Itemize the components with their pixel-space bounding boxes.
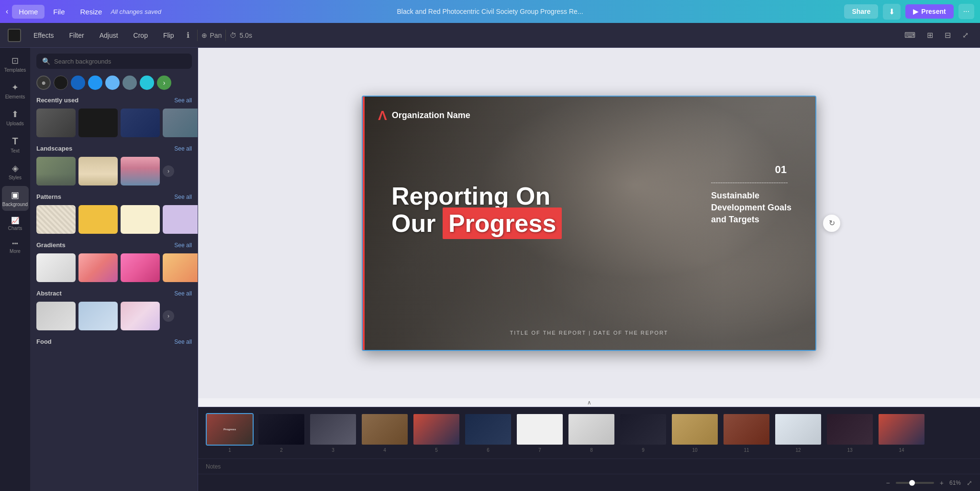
pattern-thumb-1[interactable] [36, 205, 76, 234]
abstract-thumb-2[interactable] [78, 302, 118, 330]
gradient-thumb-3[interactable] [121, 253, 160, 282]
sidebar-item-more[interactable]: ••• More [2, 237, 29, 258]
home-button[interactable]: Home [12, 5, 45, 19]
filmstrip-thumb-14 [878, 413, 925, 446]
fullscreen-button[interactable]: ⤢ [958, 29, 972, 42]
filmstrip-collapse-button[interactable]: ∧ [198, 398, 980, 407]
abstract-scroll-right[interactable]: › [163, 310, 174, 322]
filmstrip-slide-14[interactable]: 14 [878, 413, 925, 453]
color-gray[interactable] [122, 76, 137, 90]
arrange-button[interactable]: ⊟ [941, 29, 955, 42]
recent-thumb-3[interactable] [121, 109, 160, 137]
pattern-thumb-4[interactable] [163, 205, 198, 234]
food-see-all[interactable]: See all [174, 338, 192, 345]
sidebar-item-background[interactable]: ▣ Background [2, 186, 29, 211]
landscapes-scroll-right[interactable]: › [163, 165, 174, 177]
slide-canvas[interactable]: Λ Organization Name Reporting On Our Pro… [362, 96, 816, 351]
color-blue3[interactable] [105, 76, 120, 90]
gradient-thumb-1[interactable] [36, 253, 76, 282]
search-bar[interactable]: 🔍 [36, 54, 192, 69]
org-name: Organization Name [392, 110, 470, 120]
uploads-label: Uploads [6, 121, 24, 126]
present-button[interactable]: ▶ Present [905, 4, 953, 19]
recently-used-see-all[interactable]: See all [174, 97, 192, 104]
filmstrip-scroll[interactable]: Progress 1 2 3 [198, 407, 980, 458]
canvas-scroll[interactable]: Λ Organization Name Reporting On Our Pro… [198, 48, 980, 398]
gradient-thumb-4[interactable] [163, 253, 198, 282]
abstract-thumb-1[interactable] [36, 302, 76, 330]
color-black[interactable] [54, 76, 68, 90]
filmstrip-slide-12[interactable]: 12 [774, 413, 822, 453]
more-label: More [10, 249, 21, 254]
filmstrip-slide-3[interactable]: 3 [309, 413, 357, 453]
sidebar-item-styles[interactable]: ◈ Styles [2, 159, 29, 184]
download-button[interactable]: ⬇ [883, 4, 901, 20]
filmstrip-slide-4[interactable]: 4 [361, 413, 409, 453]
color-teal[interactable] [140, 76, 154, 90]
duration-control: ⏱ 5.0s [230, 32, 252, 39]
filmstrip-slide-10[interactable]: 10 [671, 413, 719, 453]
pattern-thumb-2[interactable] [78, 205, 118, 234]
gradient-thumb-2[interactable] [78, 253, 118, 282]
filmstrip-slide-9[interactable]: 9 [619, 413, 667, 453]
resize-button[interactable]: Resize [74, 5, 109, 19]
pan-label[interactable]: Pan [210, 32, 222, 39]
color-palette: ⊕ › [36, 76, 192, 90]
landscape-thumb-3[interactable] [121, 157, 160, 185]
notes-bar: Notes [198, 458, 980, 474]
abstract-see-all[interactable]: See all [174, 290, 192, 297]
back-icon[interactable]: ‹ [6, 7, 8, 16]
filmstrip-slide-11[interactable]: 11 [723, 413, 770, 453]
pattern-thumb-3[interactable] [121, 205, 160, 234]
refresh-button[interactable]: ↻ [823, 215, 840, 232]
sidebar-item-elements[interactable]: ✦ Elements [2, 78, 29, 103]
patterns-see-all[interactable]: See all [174, 194, 192, 200]
landscape-thumb-2[interactable] [78, 157, 118, 185]
crop-button[interactable]: Crop [127, 29, 155, 42]
recent-thumb-2[interactable] [78, 109, 118, 137]
flip-button[interactable]: Flip [156, 29, 181, 42]
color-more-button[interactable]: › [157, 76, 171, 90]
adjust-button[interactable]: Adjust [93, 29, 125, 42]
filmstrip-slide-1[interactable]: Progress 1 [206, 413, 254, 453]
file-button[interactable]: File [46, 5, 71, 19]
color-blue2[interactable] [88, 76, 102, 90]
fullscreen-zoom-button[interactable]: ⤢ [967, 479, 972, 487]
sidebar-item-uploads[interactable]: ⬆ Uploads [2, 105, 29, 130]
info-button[interactable]: ℹ [183, 29, 193, 42]
share-button[interactable]: Share [844, 4, 878, 19]
filmstrip-slide-7[interactable]: 7 [516, 413, 564, 453]
landscape-thumb-1[interactable] [36, 157, 76, 185]
sidebar-item-text[interactable]: T Text [2, 132, 29, 157]
filmstrip-slide-13[interactable]: 13 [826, 413, 874, 453]
color-swatch[interactable] [8, 29, 21, 42]
more-options-button[interactable]: ··· [958, 4, 974, 19]
filmstrip-slide-8[interactable]: 8 [568, 413, 615, 453]
effects-button[interactable]: Effects [27, 29, 61, 42]
sidebar-item-charts[interactable]: 📈 Charts [2, 213, 29, 235]
filmstrip-slide-5[interactable]: 5 [412, 413, 460, 453]
gradients-see-all[interactable]: See all [174, 242, 192, 249]
abstract-thumb-3[interactable] [121, 302, 160, 330]
grid-button[interactable]: ⊞ [923, 29, 937, 42]
duration-value[interactable]: 5.0s [239, 32, 252, 39]
filmstrip-slide-6[interactable]: 6 [464, 413, 512, 453]
search-input[interactable] [54, 58, 186, 65]
style-match-button[interactable]: ⌨ [901, 29, 919, 42]
color-picker-button[interactable]: ⊕ [36, 76, 51, 90]
zoom-slider[interactable] [896, 482, 934, 484]
zoom-in-icon[interactable]: + [940, 479, 944, 487]
color-blue1[interactable] [71, 76, 85, 90]
landscapes-see-all[interactable]: See all [174, 145, 192, 152]
landscapes-header: Landscapes See all [36, 145, 192, 152]
recent-thumb-1[interactable] [36, 109, 76, 137]
filter-button[interactable]: Filter [63, 29, 91, 42]
notes-label: Notes [206, 463, 221, 470]
filmstrip-thumb-10 [671, 413, 719, 446]
zoom-out-icon[interactable]: − [886, 479, 890, 487]
sidebar-item-templates[interactable]: ⊡ Templates [2, 52, 29, 76]
styles-icon: ◈ [12, 163, 19, 174]
recent-thumb-4[interactable] [163, 109, 198, 137]
elements-label: Elements [5, 94, 25, 99]
filmstrip-slide-2[interactable]: 2 [257, 413, 305, 453]
